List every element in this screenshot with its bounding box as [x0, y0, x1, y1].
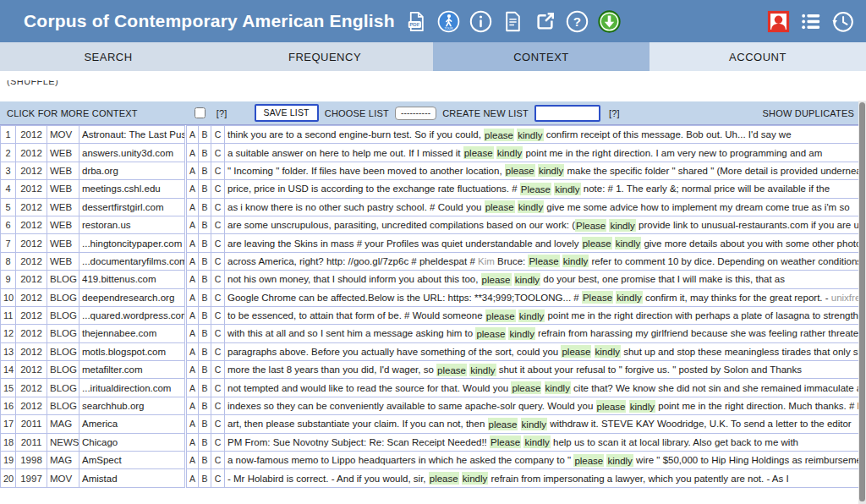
concordance-text[interactable]: across America, right? http: //goo.gl/7z… [225, 252, 866, 270]
abc-link-b[interactable]: B [199, 288, 211, 306]
concordance-text[interactable]: PM From: Sue Novotny Subject: Re: Scan R… [225, 433, 866, 451]
save-list-button[interactable]: SAVE LIST [255, 104, 319, 122]
concordance-text[interactable]: - Mr Holabird is correct. - And if you w… [225, 469, 866, 487]
source-link[interactable]: motls.blogspot.com [79, 342, 186, 360]
create-list-input[interactable] [534, 105, 600, 122]
abc-link-c[interactable]: C [211, 180, 225, 198]
source-link[interactable]: Chicago [79, 433, 186, 451]
text-file-icon[interactable] [502, 10, 524, 33]
source-link[interactable]: ...documentaryfilms.com [79, 252, 186, 270]
abc-link-b[interactable]: B [199, 415, 211, 433]
abc-link-a[interactable]: A [186, 180, 199, 198]
concordance-text[interactable]: art, then please substantiate your claim… [225, 415, 866, 433]
concordance-text[interactable]: with this at all and so I sent him a mes… [225, 325, 866, 342]
concordance-text[interactable]: a suitable answer on here to help me out… [225, 144, 866, 162]
abc-link-c[interactable]: C [211, 452, 225, 469]
kwic-word[interactable]: kindly [514, 273, 540, 286]
abc-link-c[interactable]: C [211, 342, 225, 360]
pdf-icon[interactable]: PDF [405, 10, 428, 33]
kwic-word[interactable]: please [485, 310, 516, 322]
help-link-2[interactable]: [?] [609, 108, 620, 118]
abc-link-b[interactable]: B [199, 361, 211, 379]
kwic-word[interactable]: kindly [538, 164, 564, 177]
abc-link-a[interactable]: A [186, 415, 199, 433]
abc-link-b[interactable]: B [199, 397, 211, 414]
abc-link-c[interactable]: C [211, 397, 225, 414]
kwic-word[interactable]: kindly [615, 237, 641, 249]
concordance-text[interactable]: as i know there is no other such pastry … [225, 198, 866, 216]
kwic-word[interactable]: please [481, 273, 512, 286]
concordance-text[interactable]: to be essenced, to attain that form of b… [225, 306, 866, 324]
concordance-text[interactable]: not tempted and would like to read the s… [225, 379, 866, 397]
abc-link-c[interactable]: C [211, 198, 225, 216]
abc-link-a[interactable]: A [186, 379, 199, 397]
source-link[interactable]: searchhub.org [79, 397, 186, 414]
download-icon[interactable] [598, 10, 621, 33]
kwic-word[interactable]: kindly [469, 364, 496, 376]
external-link-icon[interactable] [534, 10, 556, 33]
kwic-word[interactable]: kindly [606, 454, 633, 467]
abc-link-a[interactable]: A [186, 342, 199, 360]
abc-link-b[interactable]: B [199, 198, 211, 216]
concordance-text[interactable]: " Incoming " folder. If files have been … [225, 162, 866, 179]
concordance-text[interactable]: not his own money, that I should inform … [225, 271, 866, 288]
concordance-text[interactable]: indexes so they can be conveniently avai… [225, 397, 866, 414]
abc-link-a[interactable]: A [186, 271, 199, 288]
source-link[interactable]: thejennabee.com [79, 325, 186, 342]
abc-link-c[interactable]: C [211, 252, 225, 270]
source-link[interactable]: AmSpect [79, 452, 186, 469]
abc-link-b[interactable]: B [199, 126, 211, 144]
kwic-word[interactable]: kindly [518, 310, 545, 322]
choose-list-select[interactable]: ---------- [395, 107, 436, 120]
kwic-word[interactable]: kindly [518, 200, 544, 213]
abc-link-a[interactable]: A [186, 288, 199, 306]
kwic-word[interactable]: please [511, 381, 541, 394]
abc-link-c[interactable]: C [211, 469, 225, 487]
source-link[interactable]: ...hingtoncitypaper.com [79, 234, 186, 252]
kwic-word[interactable]: kindly [616, 291, 642, 304]
kwic-word[interactable]: kindly [629, 400, 655, 413]
concordance-text[interactable]: are some unscrupulous, parasiting, uncre… [225, 216, 866, 233]
kwic-word[interactable]: please [475, 327, 506, 340]
history-icon[interactable] [831, 10, 854, 33]
source-link[interactable]: drba.org [79, 162, 186, 179]
kwic-word[interactable]: kindly [521, 418, 547, 430]
abc-link-c[interactable]: C [211, 361, 225, 379]
abc-link-a[interactable]: A [186, 361, 199, 379]
abc-link-c[interactable]: C [211, 271, 225, 288]
kwic-word[interactable]: kindly [545, 381, 571, 394]
kwic-word[interactable]: please [485, 200, 515, 213]
kwic-word[interactable]: Please [520, 183, 551, 195]
abc-link-a[interactable]: A [186, 126, 199, 144]
kwic-word[interactable]: Please [582, 291, 613, 304]
shuffle-link[interactable]: (SHUFFLE) [7, 80, 58, 87]
kwic-word[interactable]: kindly [508, 327, 534, 340]
concordance-text[interactable]: paragraphs above. Before you actually ha… [225, 342, 866, 360]
abc-link-c[interactable]: C [211, 126, 225, 144]
kwic-word[interactable]: Please [490, 436, 521, 448]
source-link[interactable]: ...iritualdirection.com [79, 379, 186, 397]
source-link[interactable]: ...quared.wordpress.com [79, 306, 186, 324]
abc-link-a[interactable]: A [186, 433, 199, 451]
kwic-word[interactable]: Please [528, 255, 559, 267]
abc-link-b[interactable]: B [199, 234, 211, 252]
abc-link-b[interactable]: B [199, 469, 211, 487]
source-link[interactable]: Astronaut: The Last Push [79, 126, 186, 144]
abc-link-b[interactable]: B [199, 342, 211, 360]
concordance-text[interactable]: Google Chrome can be affected.Below is t… [225, 288, 866, 306]
abc-link-c[interactable]: C [211, 216, 225, 233]
kwic-word[interactable]: kindly [595, 345, 621, 358]
abc-link-c[interactable]: C [211, 325, 225, 342]
kwic-word[interactable]: Please [575, 219, 606, 232]
abc-link-b[interactable]: B [199, 271, 211, 288]
source-link[interactable]: restoran.us [79, 216, 186, 233]
source-link[interactable]: America [79, 415, 186, 433]
abc-link-c[interactable]: C [211, 162, 225, 179]
abc-link-b[interactable]: B [199, 306, 211, 324]
info-icon[interactable] [469, 10, 492, 33]
source-link[interactable]: dessertfirstgirl.com [79, 198, 186, 216]
kwic-word[interactable]: kindly [562, 255, 589, 267]
profile-icon[interactable] [767, 10, 790, 33]
abc-link-c[interactable]: C [211, 415, 225, 433]
abc-link-a[interactable]: A [186, 234, 199, 252]
